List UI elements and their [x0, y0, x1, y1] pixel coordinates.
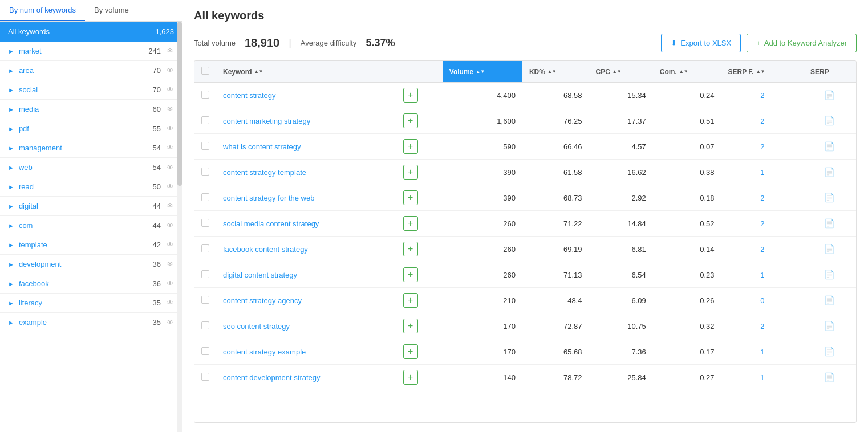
row-checkbox[interactable] — [201, 321, 209, 329]
keyword-link[interactable]: what is content strategy — [223, 142, 301, 151]
sidebar-item[interactable]: ► area 70 👁 — [0, 61, 182, 80]
keyword-link[interactable]: content strategy agency — [223, 296, 302, 305]
eye-icon[interactable]: 👁 — [167, 241, 174, 249]
eye-icon[interactable]: 👁 — [167, 202, 174, 210]
serp-doc-icon[interactable]: 📄 — [824, 244, 835, 254]
add-row-button[interactable]: + — [403, 370, 418, 385]
keyword-link[interactable]: content strategy for the web — [223, 194, 314, 202]
serp-f-link[interactable]: 1 — [760, 373, 764, 382]
eye-icon[interactable]: 👁 — [167, 163, 174, 172]
keyword-link[interactable]: content strategy example — [223, 348, 306, 356]
eye-icon[interactable]: 👁 — [167, 47, 174, 55]
keyword-link[interactable]: digital content strategy — [223, 271, 297, 279]
row-checkbox[interactable] — [201, 116, 209, 124]
serp-doc-icon[interactable]: 📄 — [824, 295, 835, 305]
sidebar-item[interactable]: ► development 36 👁 — [0, 255, 182, 274]
eye-icon[interactable]: 👁 — [167, 124, 174, 133]
serp-f-link[interactable]: 2 — [760, 117, 764, 125]
tab-by-volume[interactable]: By volume — [85, 0, 138, 21]
keyword-sort-icon[interactable]: ▲▼ — [254, 70, 263, 74]
row-checkbox[interactable] — [201, 296, 209, 304]
sidebar-item[interactable]: ► read 50 👁 — [0, 177, 182, 197]
export-xlsx-button[interactable]: ⬇ Export to XLSX — [661, 34, 741, 52]
row-checkbox[interactable] — [201, 244, 209, 252]
serp-f-sort-icon[interactable]: ▲▼ — [756, 70, 765, 74]
sidebar-item[interactable]: ► market 241 👁 — [0, 42, 182, 61]
add-row-button[interactable]: + — [403, 113, 418, 128]
add-row-button[interactable]: + — [403, 267, 418, 282]
row-checkbox[interactable] — [201, 168, 209, 176]
sidebar-item[interactable]: ► com 44 👁 — [0, 216, 182, 235]
cpc-sort-icon[interactable]: ▲▼ — [613, 70, 622, 74]
keyword-link[interactable]: facebook content strategy — [223, 245, 308, 254]
serp-f-link[interactable]: 1 — [760, 271, 764, 279]
serp-doc-icon[interactable]: 📄 — [824, 141, 835, 151]
eye-icon[interactable]: 👁 — [167, 85, 174, 94]
scrollbar-thumb[interactable] — [177, 22, 182, 186]
serp-doc-icon[interactable]: 📄 — [824, 116, 835, 125]
add-row-button[interactable]: + — [403, 293, 418, 308]
eye-icon[interactable]: 👁 — [167, 66, 174, 75]
keyword-link[interactable]: social media content strategy — [223, 219, 319, 228]
serp-doc-icon[interactable]: 📄 — [824, 321, 835, 331]
sidebar-item[interactable]: ► digital 44 👁 — [0, 197, 182, 216]
sidebar-item[interactable]: ► facebook 36 👁 — [0, 274, 182, 294]
keyword-link[interactable]: content strategy template — [223, 168, 306, 177]
eye-icon[interactable]: 👁 — [167, 221, 174, 230]
serp-f-link[interactable]: 1 — [760, 348, 764, 356]
add-row-button[interactable]: + — [403, 88, 418, 103]
serp-doc-icon[interactable]: 📄 — [824, 167, 835, 177]
serp-f-link[interactable]: 0 — [760, 296, 764, 305]
eye-icon[interactable]: 👁 — [167, 182, 174, 191]
row-checkbox[interactable] — [201, 373, 209, 381]
cpc-col-header[interactable]: CPC ▲▼ — [589, 61, 652, 83]
add-row-button[interactable]: + — [403, 319, 418, 333]
keyword-link[interactable]: content marketing strategy — [223, 117, 310, 125]
serp-doc-icon[interactable]: 📄 — [824, 193, 835, 202]
sidebar-item-all-keywords[interactable]: All keywords 1,623 — [0, 22, 182, 42]
add-row-button[interactable]: + — [403, 344, 418, 359]
serp-f-link[interactable]: 2 — [760, 219, 764, 228]
serp-f-link[interactable]: 2 — [760, 245, 764, 254]
row-checkbox[interactable] — [201, 142, 209, 150]
row-checkbox[interactable] — [201, 270, 209, 278]
add-to-analyzer-button[interactable]: + Add to Keyword Analyzer — [747, 34, 857, 52]
row-checkbox[interactable] — [201, 219, 209, 227]
com-sort-icon[interactable]: ▲▼ — [679, 70, 688, 74]
sidebar-item[interactable]: ► media 60 👁 — [0, 100, 182, 119]
kd-col-header[interactable]: KD% ▲▼ — [522, 61, 589, 83]
add-row-button[interactable]: + — [403, 139, 418, 154]
serp-f-col-header[interactable]: SERP F. ▲▼ — [721, 61, 804, 83]
row-checkbox[interactable] — [201, 193, 209, 201]
add-row-button[interactable]: + — [403, 190, 418, 205]
sidebar-item[interactable]: ► pdf 55 👁 — [0, 119, 182, 138]
sidebar-item[interactable]: ► web 54 👁 — [0, 158, 182, 177]
add-row-button[interactable]: + — [403, 216, 418, 231]
eye-icon[interactable]: 👁 — [167, 105, 174, 113]
eye-icon[interactable]: 👁 — [167, 299, 174, 307]
serp-f-link[interactable]: 2 — [760, 322, 764, 331]
serp-doc-icon[interactable]: 📄 — [824, 90, 835, 100]
serp-doc-icon[interactable]: 📄 — [824, 218, 835, 228]
eye-icon[interactable]: 👁 — [167, 144, 174, 152]
serp-doc-icon[interactable]: 📄 — [824, 372, 835, 382]
sidebar-item[interactable]: ► literacy 35 👁 — [0, 294, 182, 313]
volume-col-header[interactable]: Volume ▲▼ — [443, 61, 522, 83]
com-col-header[interactable]: Com. ▲▼ — [653, 61, 721, 83]
eye-icon[interactable]: 👁 — [167, 318, 174, 327]
row-checkbox[interactable] — [201, 91, 209, 99]
sidebar-item[interactable]: ► template 42 👁 — [0, 235, 182, 255]
serp-doc-icon[interactable]: 📄 — [824, 347, 835, 356]
sidebar-item[interactable]: ► social 70 👁 — [0, 80, 182, 100]
volume-sort-icon[interactable]: ▲▼ — [476, 70, 485, 74]
serp-doc-icon[interactable]: 📄 — [824, 270, 835, 279]
kd-sort-icon[interactable]: ▲▼ — [547, 70, 557, 74]
add-row-button[interactable]: + — [403, 242, 418, 256]
keyword-link[interactable]: content strategy — [223, 91, 276, 100]
select-all-checkbox[interactable] — [201, 67, 209, 75]
add-row-button[interactable]: + — [403, 165, 418, 180]
serp-f-link[interactable]: 2 — [760, 91, 764, 100]
tab-by-num-keywords[interactable]: By num of keywords — [0, 0, 85, 21]
serp-f-link[interactable]: 1 — [760, 168, 764, 177]
sidebar-item[interactable]: ► example 35 👁 — [0, 313, 182, 332]
